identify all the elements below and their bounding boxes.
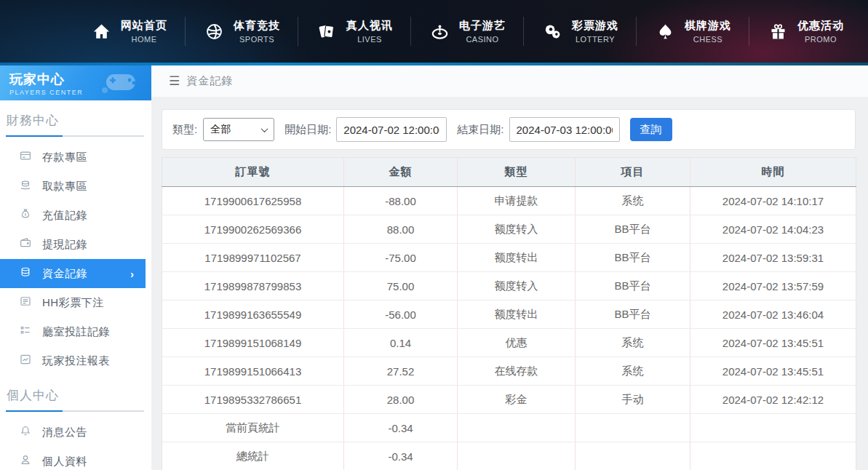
section-title-finance: 財務中心 [0, 100, 151, 129]
table-row: 1719899163655549-56.00额度转出BB平台2024-07-02… [162, 300, 856, 329]
sidebar-item-withdraw[interactable]: 取款專區 [0, 172, 151, 201]
end-date-input[interactable] [509, 117, 620, 142]
cell-item: BB平台 [576, 272, 690, 300]
cell-type: 额度转入 [458, 272, 576, 300]
cell-type: 额度转入 [458, 215, 576, 244]
sidebar-item-recharge-record[interactable]: 充值記錄 [0, 201, 151, 230]
sidebar-item-withdrawal-record[interactable]: 提現記錄 [0, 230, 151, 259]
checklist-icon [19, 324, 32, 340]
person-icon [19, 453, 32, 469]
table-row: 171989533278665128.00彩金手动2024-07-02 12:4… [162, 386, 856, 414]
table-row: 171990026256936688.00额度转入BB平台2024-07-02 … [162, 215, 856, 244]
wallet-icon [19, 236, 32, 252]
start-date-input[interactable] [336, 117, 447, 142]
cell-order-no: 1719899151066413 [162, 357, 344, 386]
report-chart-icon [19, 353, 32, 369]
table-row: 1719899971102567-75.00额度转出BB平台2024-07-02… [162, 244, 856, 272]
cell-item: 系统 [576, 357, 690, 386]
cell-empty [458, 442, 576, 470]
cell-summary-amount: -0.34 [344, 414, 458, 442]
sidebar-item-profile[interactable]: 個人資料 [0, 447, 151, 470]
nav-item-home[interactable]: 网站首页HOME [73, 15, 185, 48]
nav-item-lives[interactable]: 真人视讯LIVES [298, 15, 410, 48]
nav-item-casino[interactable]: 电子游艺CASINO [411, 15, 523, 48]
table-row: 171989915106641327.52在线存款系统2024-07-02 13… [162, 357, 856, 386]
cell-type: 额度转出 [458, 300, 576, 329]
column-header-item: 項目 [576, 158, 690, 187]
cell-amount: 88.00 [344, 215, 458, 244]
sidebar-item-label: HH彩票下注 [42, 296, 104, 310]
playing-cards-icon [316, 20, 338, 42]
nav-item-chess[interactable]: 棋牌游戏CHESS [637, 15, 749, 48]
cell-order-no: 1719899878799853 [162, 272, 344, 300]
cell-empty [690, 442, 856, 470]
sidebar-header: 玩家中心 PLAYERS CENTER [0, 65, 151, 100]
sidebar-item-label: 取款專區 [42, 180, 87, 194]
nav-item-promo[interactable]: 优惠活动PROMO [749, 15, 861, 48]
spade-icon [654, 20, 676, 42]
lottery-balls-icon [541, 20, 563, 42]
search-button[interactable]: 查詢 [630, 118, 672, 141]
sidebar-item-player-report[interactable]: 玩家投注報表 [0, 346, 151, 375]
cell-order-no: 1719899151068149 [162, 329, 344, 357]
chevron-down-icon [261, 125, 268, 132]
cell-type: 在线存款 [458, 357, 576, 386]
cell-amount: 75.00 [344, 272, 458, 300]
nav-label-en: LIVES [357, 35, 382, 44]
cell-type: 额度转出 [458, 244, 576, 272]
cell-order-no: 1719899163655549 [162, 300, 344, 329]
cell-order-no: 1719900617625958 [162, 187, 344, 215]
nav-label-en: LOTTERY [576, 35, 615, 44]
sidebar-item-funds-record[interactable]: 資金記錄 › [0, 259, 146, 288]
table-row: 171989987879985375.00额度转入BB平台2024-07-02 … [162, 272, 856, 300]
breadcrumb: ☰ 資金記錄 [151, 65, 868, 97]
sidebar-item-label: 玩家投注報表 [42, 354, 110, 368]
nav-label-zh: 优惠活动 [797, 19, 844, 33]
sidebar-item-hh-lottery-bets[interactable]: HH彩票下注 [0, 288, 151, 317]
cell-time: 2024-07-02 13:45:51 [690, 329, 856, 357]
gift-icon [767, 20, 789, 42]
nav-label-zh: 电子游艺 [459, 19, 506, 33]
sports-ball-icon [203, 20, 225, 42]
sidebar-item-label: 個人資料 [42, 455, 87, 469]
sidebar-item-deposit[interactable]: 存款專區 [0, 143, 151, 172]
table-header: 訂單號 金額 類型 項目 時間 [162, 158, 856, 187]
breadcrumb-label: 資金記錄 [186, 74, 233, 88]
section-divider [6, 135, 144, 137]
cell-time: 2024-07-02 13:59:31 [690, 244, 856, 272]
start-date-label: 開始日期: [284, 123, 331, 137]
cell-item: BB平台 [576, 300, 690, 329]
cell-time: 2024-07-02 14:10:17 [690, 187, 856, 215]
nav-label-zh: 彩票游戏 [572, 19, 618, 33]
deposit-card-icon [19, 149, 32, 165]
nav-label-en: CASINO [466, 35, 498, 44]
hamburger-icon[interactable]: ☰ [169, 75, 180, 87]
sidebar-item-label: 存款專區 [42, 151, 87, 164]
nav-item-lottery[interactable]: 彩票游戏LOTTERY [524, 15, 636, 48]
type-label: 類型: [172, 123, 197, 137]
column-header-type: 類型 [458, 158, 576, 187]
cell-empty [690, 414, 856, 442]
nav-item-sports[interactable]: 体育竞技SPORTS [186, 15, 298, 48]
cell-summary-label: 當前頁統計 [162, 414, 344, 442]
cell-summary-label: 總統計 [162, 442, 344, 470]
funds-record-table: 訂單號 金額 類型 項目 時間 1719900617625958-88.00申请… [162, 157, 856, 470]
column-header-time: 時間 [690, 158, 856, 187]
cell-time: 2024-07-02 13:57:59 [690, 272, 856, 300]
cell-time: 2024-07-02 13:46:04 [690, 300, 856, 329]
column-header-order-no: 訂單號 [162, 158, 344, 187]
cell-empty [576, 442, 690, 470]
type-select[interactable]: 全部 [203, 118, 274, 141]
cell-amount: 28.00 [344, 386, 458, 414]
cell-amount: -88.00 [344, 187, 458, 215]
cell-summary-amount: -0.34 [344, 442, 458, 470]
sidebar-item-room-bet-record[interactable]: 廳室投註記錄 [0, 317, 151, 346]
home-icon [90, 20, 112, 42]
sidebar-item-label: 提現記錄 [42, 238, 87, 252]
top-navigation: 网站首页HOME 体育竞技SPORTS 真人视讯LIVES 电子游艺CASINO [0, 0, 868, 63]
sidebar-item-label: 消息公告 [42, 426, 87, 439]
list-doc-icon [19, 295, 32, 311]
table-row: 17198991510681490.14优惠系统2024-07-02 13:45… [162, 329, 856, 357]
gamepad-icon [100, 71, 141, 97]
sidebar-item-announcements[interactable]: 消息公告 [0, 418, 151, 447]
